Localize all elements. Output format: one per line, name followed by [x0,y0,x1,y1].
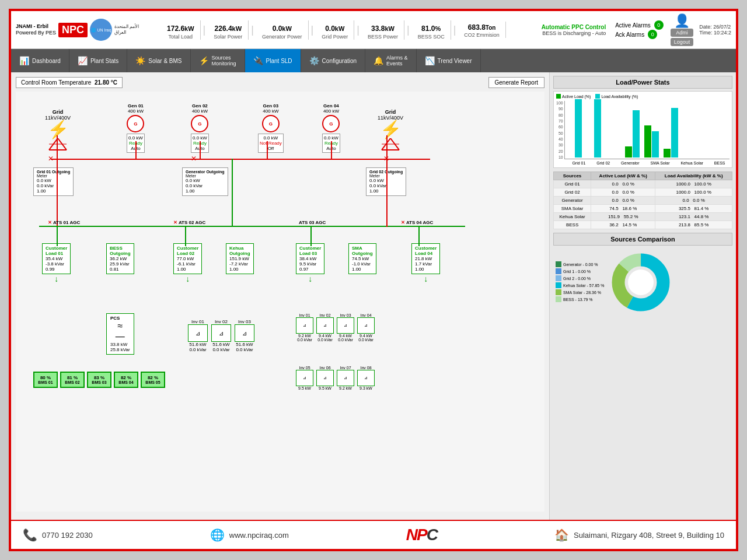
customer-load-02: Customer Load 02 77.0 kW -6.1 kVar 1.00 … [173,243,202,284]
metrics-row: 172.6kW Total Load | 226.4kW Solar Power… [161,20,506,40]
x-mark-1: ✕ [48,155,54,163]
sma-inv04: Inv 04 ⊿ 9.4 kW 0.0 kVar [357,313,375,342]
gen01-circle: G [127,115,144,132]
nav-plant-stats[interactable]: 📈 Plant Stats [69,49,127,72]
gen02-circle: G [191,115,208,132]
grid01-tower: Grid 11kV/400V ⚡ [45,109,71,157]
footer-logo: NPC [406,526,437,544]
divider-5: | [407,24,410,36]
table-row: Grid 01 0.0 0.0 % 1000.0 100.0 % [554,180,732,188]
ats01-label: ✕ ATS 01 AGC [48,220,80,225]
secondary-bus [39,226,465,227]
nav-solar-bms[interactable]: ☀️ Solar & BMS [127,49,190,72]
nav-alarms-events[interactable]: 🔔 Alarms &Events [365,49,417,72]
sld-diagram: Grid 11kV/400V ⚡ Grid 11kV/400V ⚡ [16,92,544,512]
bar-sma-avail [633,110,640,158]
ats01-v-line [57,226,58,246]
pie-legend-kehua: Kehua Solar - 57.85 % [556,282,604,288]
ats03-label: ATS 03 AGC [299,220,326,225]
sma-inv-row2: Inv 05 ⊿ 9.5 kW Inv 06 ⊿ 9.5 kW Inv 07 ⊿… [296,366,375,390]
bar-kehua-active [644,125,651,158]
bar-bess-avail [671,108,678,158]
logout-button[interactable]: Logout [671,38,694,46]
x-mark-2: ✕ [191,155,197,163]
nav-plant-sld[interactable]: 🔌 Plant SLD [245,49,301,72]
bar-group-sma [625,110,640,158]
sma-inv07: Inv 07 ⊿ 9.2 kW [337,366,354,390]
nav-sources-monitoring[interactable]: ⚡ SourcesMonitoring [191,49,245,72]
table-row: Generator 0.0 0.0 % 0.0 0.0 % [554,197,732,205]
kehua-inv02-symbol: ⊿ [211,324,231,342]
sma-inv06: Inv 06 ⊿ 9.5 kW [316,366,334,390]
generate-report-button[interactable]: Generate Report [488,77,545,88]
npc-footer-logo: NPC [406,526,437,544]
sources-comparison-title: Sources Comparison [553,233,732,246]
customer-load-04: Customer Load 04 21.8 kW 1.7 kVar 1.00 ↓ [411,243,440,284]
col-load-avail: Load Availability (kW & %) [655,172,732,180]
pie-bess-color [556,296,561,302]
sld-header: Control Room Temperature 21.80 °C Genera… [16,77,544,88]
gen03-v-line [267,141,268,159]
ack-alarm-count: 0 [648,30,657,39]
bars-container [564,101,729,159]
pie-legend-grid2: Grid 2 - 0.00 % [556,275,604,281]
active-alarms-row: Active Alarms 0 [615,20,664,30]
bms01: 80 % BMS 01 [33,372,58,388]
legend-active: Active Load (%) [556,94,591,99]
footer-phone: 📞 0770 192 2030 [23,528,93,542]
main-container: JNAMI - Erbil Powered By PES NPC 🌐 UN Ir… [9,9,738,551]
admin-button[interactable]: Admi [671,29,694,37]
ats04-v-line [418,226,420,246]
grid01-meter: Grid 01 Outgoing Meter 0.0 kW 0.0 kVar 1… [33,167,74,196]
ats03-v-line [310,226,312,246]
sma-inv07-symbol: ⊿ [337,370,354,386]
pie-area: Generator - 0.00 % Grid 1 - 0.00 % Grid … [553,248,732,317]
grid02-down-line [386,159,388,227]
table-row: SMA Solar 74.5 18.6 % 325.5 81.4 % [554,205,732,213]
nav-trend-viewer[interactable]: 📉 Trend Viewer [417,49,481,72]
home-icon: 🏠 [554,528,569,542]
alarms-icon: 🔔 [374,56,383,65]
sma-inv05: Inv 05 ⊿ 9.5 kW [296,366,313,390]
sma-inv02-symbol: ⊿ [316,317,334,334]
col-sources: Sources [554,172,591,180]
logo-area: JNAMI - Erbil Powered By PES NPC 🌐 UN Ir… [16,19,149,41]
footer: 📞 0770 192 2030 🌐 www.npciraq.com NPC 🏠 … [11,520,736,549]
table-row: BESS 36.2 14.5 % 213.8 85.5 % [554,221,732,229]
load-power-title: Load/Power Stats [553,76,732,89]
main-bus-h [51,159,430,160]
sma-inv02: Inv 02 ⊿ 9.4 kW 0.0 kVar [316,313,334,342]
ats02-label: ✕ ATS 02 AGC [173,220,205,225]
bms-row: 80 % BMS 01 81 % BMS 02 83 % BMS 03 82 %… [33,372,165,388]
pie-legend-bess: BESS - 13.79 % [556,296,604,302]
total-load-value: 172.6kW [167,20,194,34]
pie-legend-gen: Generator - 0.00 % [556,261,604,267]
nav-dashboard[interactable]: 📊 Dashboard [11,49,69,72]
bms02: 81 % BMS 02 [60,372,85,388]
bar-group-bess [664,108,678,158]
nav-configuration[interactable]: ⚙️ Configuration [301,49,365,72]
sma-inv01: Inv 01 ⊿ 9.2 kW 0.0 kVar [296,313,313,342]
divider-6: | [453,24,456,36]
sma-inv08: Inv 08 ⊿ 9.3 kW [357,366,375,390]
top-bar: JNAMI - Erbil Powered By PES NPC 🌐 UN Ir… [11,11,736,49]
center-down-line [232,159,233,227]
pie-legend-grid1: Grid 1 - 0.00 % [556,268,604,274]
ats04-label: ✕ ATS 04 AGC [401,220,433,225]
solar-power-metric: 226.4kW Solar Power [208,20,249,40]
kehua-inv01-symbol: ⊿ [188,324,208,342]
gen02-v-line [200,141,201,159]
sma-inv08-symbol: ⊿ [357,370,375,386]
total-load-metric: 172.6kW Total Load [161,20,201,40]
pie-center [628,270,654,295]
sld-area: Control Room Temperature 21.80 °C Genera… [11,72,549,520]
main-content: Control Room Temperature 21.80 °C Genera… [11,72,736,520]
grid01-tower-icon: ⚡ [45,121,71,138]
kehua-inv02: Inv 02 ⊿ 51.6 kW 0.0 kVar [211,319,231,352]
sma-inv05-symbol: ⊿ [296,370,313,386]
y-axis: 100908070605040302010 [556,101,563,159]
solar-bms-icon: ☀️ [135,56,145,65]
datetime: Date: 26/07/2 Time: 10:24:2 [699,24,731,36]
legend-avail-dot [595,94,600,99]
pie-grid1-color [556,268,561,274]
